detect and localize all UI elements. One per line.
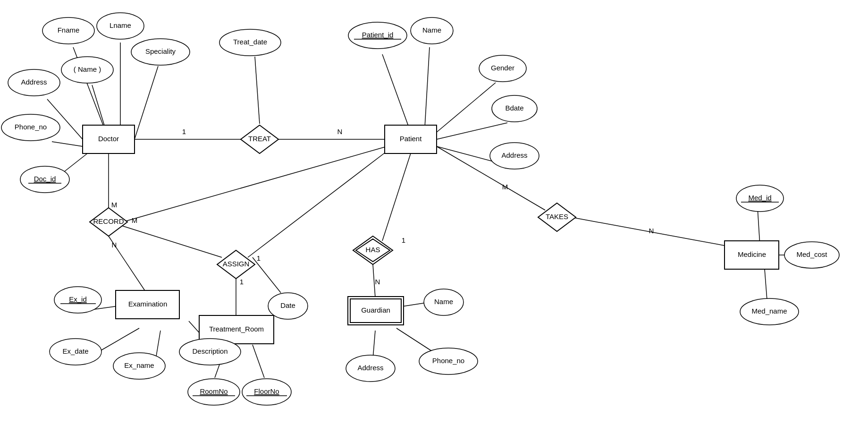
svg-line-36 [765, 269, 767, 300]
attr-med-id-label: Med_id [748, 194, 771, 202]
svg-line-24 [253, 257, 281, 293]
attr-med-name-label: Med_name [751, 307, 787, 315]
svg-line-3 [135, 66, 158, 139]
attr-address-guard-label: Address [357, 364, 383, 372]
svg-line-5 [52, 142, 83, 146]
cardinality-doctor-treat: 1 [182, 128, 186, 136]
svg-line-31 [396, 328, 437, 354]
svg-line-22 [122, 226, 222, 257]
cardinality-has-bottom: N [375, 278, 380, 286]
entity-doctor-label: Doctor [98, 135, 119, 143]
attr-bdate-label: Bdate [505, 104, 523, 112]
attr-name-comp-label: ( Name ) [74, 65, 101, 73]
svg-line-33 [571, 217, 725, 246]
cardinality-record-exam: N [112, 241, 117, 249]
cardinality-treat-patient: N [337, 128, 343, 136]
cardinality-assign-right: 1 [257, 254, 261, 262]
attr-lname-label: Lname [110, 21, 131, 29]
entity-medicine-label: Medicine [738, 250, 766, 258]
svg-line-26 [253, 345, 264, 378]
attr-patient-id-label: Patient_id [362, 31, 394, 39]
attr-description-label: Description [192, 347, 228, 355]
attr-floorno-label: FloorNo [254, 387, 279, 395]
attr-med-cost-label: Med_cost [796, 250, 827, 258]
relation-takes-label: TAKES [546, 212, 568, 221]
attr-gender-label: Gender [491, 64, 514, 72]
attr-ex-id-label: Ex_id [69, 295, 87, 303]
svg-line-11 [425, 47, 430, 128]
svg-line-10 [382, 54, 411, 132]
relation-treat-label: TREAT [248, 135, 271, 143]
svg-line-30 [373, 331, 375, 359]
cardinality-takes-m: M [502, 183, 508, 191]
attr-address-doc-label: Address [21, 78, 47, 86]
attr-fname-label: Fname [58, 26, 80, 34]
er-diagram: 1 N M N M 1 1 1 N M N Doctor Patient Exa… [0, 0, 868, 425]
cardinality-record-right: M [132, 216, 138, 224]
svg-line-34 [758, 208, 760, 246]
attr-treat-date-label: Treat_date [233, 38, 267, 46]
svg-line-13 [437, 123, 507, 139]
svg-line-20 [156, 331, 160, 359]
cardinality-doctor-record: M [111, 201, 118, 209]
cardinality-has-top: 1 [402, 236, 405, 244]
attr-ex-date-label: Ex_date [62, 347, 88, 355]
attr-date-assign-label: Date [280, 301, 295, 309]
attr-phone-guard-label: Phone_no [432, 357, 464, 365]
attr-doc-id-label: Doc_id [34, 175, 56, 183]
svg-line-27 [382, 153, 411, 241]
attr-name-pat-label: Name [422, 26, 441, 34]
attr-name-guard-label: Name [434, 298, 453, 306]
entity-examination-label: Examination [128, 300, 168, 308]
relation-assign-label: ASSIGN [223, 260, 250, 268]
cardinality-takes-n: N [649, 227, 654, 235]
svg-line-9 [255, 57, 260, 124]
attr-address-pat-label: Address [501, 151, 527, 159]
attr-speciality-label: Speciality [145, 47, 176, 55]
entity-patient-label: Patient [400, 135, 422, 143]
attr-roomno-label: RoomNo [200, 387, 228, 395]
relation-has-label: HAS [366, 246, 380, 254]
relation-record-label: RECORD [93, 217, 124, 225]
svg-line-17 [123, 146, 387, 222]
attr-phone-doc-label: Phone_no [15, 123, 47, 131]
entity-guardian-label: Guardian [361, 306, 390, 314]
entity-treatment-room-label: Treatment_Room [209, 325, 264, 333]
cardinality-assign-top: 1 [240, 278, 244, 286]
svg-line-12 [437, 83, 496, 132]
attr-ex-name-label: Ex_name [124, 361, 154, 369]
